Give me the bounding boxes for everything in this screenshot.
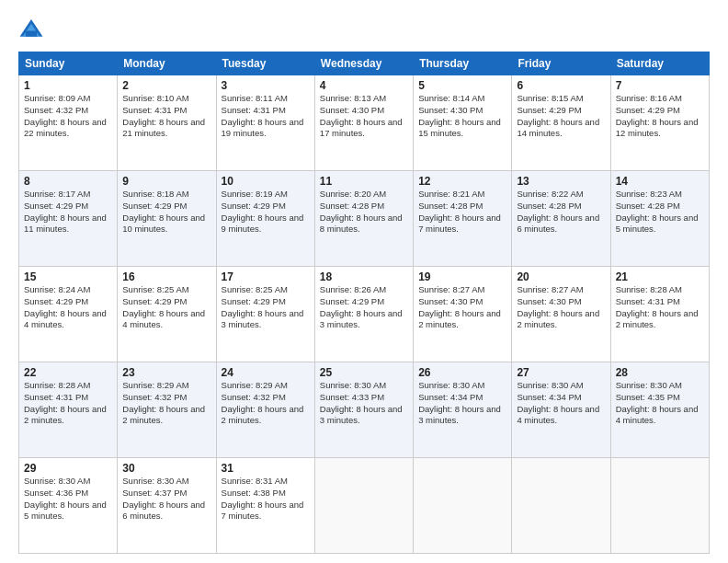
cell-week2-day7: 14Sunrise: 8:23 AMSunset: 4:28 PMDayligh… [610, 171, 709, 267]
day-info: Sunrise: 8:30 AMSunset: 4:36 PMDaylight:… [24, 476, 112, 523]
day-number: 29 [24, 462, 112, 475]
day-info: Sunrise: 8:21 AMSunset: 4:28 PMDaylight:… [418, 189, 506, 236]
cell-week1-day2: 2Sunrise: 8:10 AMSunset: 4:31 PMDaylight… [118, 75, 216, 171]
day-number: 23 [122, 366, 210, 379]
cell-week2-day3: 10Sunrise: 8:19 AMSunset: 4:29 PMDayligh… [216, 171, 314, 267]
cell-week1-day3: 3Sunrise: 8:11 AMSunset: 4:31 PMDaylight… [216, 75, 314, 171]
day-info: Sunrise: 8:19 AMSunset: 4:29 PMDaylight:… [222, 189, 310, 236]
cell-week1-day6: 6Sunrise: 8:15 AMSunset: 4:29 PMDaylight… [512, 75, 610, 171]
day-info: Sunrise: 8:29 AMSunset: 4:32 PMDaylight:… [122, 380, 210, 427]
day-info: Sunrise: 8:29 AMSunset: 4:32 PMDaylight:… [222, 380, 310, 427]
cell-week4-day2: 23Sunrise: 8:29 AMSunset: 4:32 PMDayligh… [118, 362, 216, 458]
cell-week1-day1: 1Sunrise: 8:09 AMSunset: 4:32 PMDaylight… [19, 75, 118, 171]
day-info: Sunrise: 8:27 AMSunset: 4:30 PMDaylight:… [517, 284, 605, 331]
cell-week4-day6: 27Sunrise: 8:30 AMSunset: 4:34 PMDayligh… [512, 362, 610, 458]
header [18, 17, 710, 42]
cell-week4-day3: 24Sunrise: 8:29 AMSunset: 4:32 PMDayligh… [216, 362, 314, 458]
day-info: Sunrise: 8:30 AMSunset: 4:37 PMDaylight:… [122, 476, 210, 523]
cell-week5-day2: 30Sunrise: 8:30 AMSunset: 4:37 PMDayligh… [118, 458, 216, 554]
cell-week2-day5: 12Sunrise: 8:21 AMSunset: 4:28 PMDayligh… [414, 171, 512, 267]
cell-week3-day1: 15Sunrise: 8:24 AMSunset: 4:29 PMDayligh… [19, 267, 118, 362]
day-info: Sunrise: 8:10 AMSunset: 4:31 PMDaylight:… [122, 93, 210, 140]
day-number: 27 [517, 366, 605, 379]
day-number: 16 [122, 270, 210, 283]
day-info: Sunrise: 8:25 AMSunset: 4:29 PMDaylight:… [122, 284, 210, 331]
day-number: 3 [222, 79, 310, 92]
cell-week3-day5: 19Sunrise: 8:27 AMSunset: 4:30 PMDayligh… [414, 267, 512, 362]
day-number: 20 [517, 270, 605, 283]
day-number: 28 [616, 366, 704, 379]
day-info: Sunrise: 8:13 AMSunset: 4:30 PMDaylight:… [320, 93, 408, 140]
cell-week3-day4: 18Sunrise: 8:26 AMSunset: 4:29 PMDayligh… [314, 267, 413, 362]
day-number: 30 [122, 462, 210, 475]
day-info: Sunrise: 8:11 AMSunset: 4:31 PMDaylight:… [222, 93, 310, 140]
week-row-3: 15Sunrise: 8:24 AMSunset: 4:29 PMDayligh… [19, 267, 710, 362]
week-row-5: 29Sunrise: 8:30 AMSunset: 4:36 PMDayligh… [19, 458, 710, 554]
day-number: 22 [24, 366, 112, 379]
day-info: Sunrise: 8:18 AMSunset: 4:29 PMDaylight:… [122, 189, 210, 236]
cell-week5-day4 [314, 458, 413, 554]
day-number: 7 [616, 79, 704, 92]
cell-week4-day1: 22Sunrise: 8:28 AMSunset: 4:31 PMDayligh… [19, 362, 118, 458]
day-info: Sunrise: 8:28 AMSunset: 4:31 PMDaylight:… [24, 380, 112, 427]
cell-week2-day2: 9Sunrise: 8:18 AMSunset: 4:29 PMDaylight… [118, 171, 216, 267]
day-number: 17 [222, 270, 310, 283]
day-info: Sunrise: 8:24 AMSunset: 4:29 PMDaylight:… [24, 284, 112, 331]
day-info: Sunrise: 8:09 AMSunset: 4:32 PMDaylight:… [24, 93, 112, 140]
cell-week4-day4: 25Sunrise: 8:30 AMSunset: 4:33 PMDayligh… [314, 362, 413, 458]
day-info: Sunrise: 8:14 AMSunset: 4:30 PMDaylight:… [418, 93, 506, 140]
header-tuesday: Tuesday [216, 52, 314, 75]
day-number: 14 [616, 175, 704, 188]
cell-week5-day3: 31Sunrise: 8:31 AMSunset: 4:38 PMDayligh… [216, 458, 314, 554]
day-number: 2 [122, 79, 210, 92]
cell-week2-day1: 8Sunrise: 8:17 AMSunset: 4:29 PMDaylight… [19, 171, 118, 267]
cell-week4-day7: 28Sunrise: 8:30 AMSunset: 4:35 PMDayligh… [610, 362, 709, 458]
day-number: 8 [24, 175, 112, 188]
week-row-4: 22Sunrise: 8:28 AMSunset: 4:31 PMDayligh… [19, 362, 710, 458]
day-number: 25 [320, 366, 408, 379]
week-row-1: 1Sunrise: 8:09 AMSunset: 4:32 PMDaylight… [19, 75, 710, 171]
day-number: 1 [24, 79, 112, 92]
header-thursday: Thursday [414, 52, 512, 75]
day-info: Sunrise: 8:23 AMSunset: 4:28 PMDaylight:… [616, 189, 704, 236]
cell-week3-day7: 21Sunrise: 8:28 AMSunset: 4:31 PMDayligh… [610, 267, 709, 362]
day-number: 12 [418, 175, 506, 188]
header-row: SundayMondayTuesdayWednesdayThursdayFrid… [19, 52, 710, 75]
day-info: Sunrise: 8:16 AMSunset: 4:29 PMDaylight:… [616, 93, 704, 140]
day-number: 13 [517, 175, 605, 188]
day-info: Sunrise: 8:31 AMSunset: 4:38 PMDaylight:… [222, 476, 310, 523]
logo-icon [18, 17, 44, 42]
cell-week1-day5: 5Sunrise: 8:14 AMSunset: 4:30 PMDaylight… [414, 75, 512, 171]
day-number: 15 [24, 270, 112, 283]
day-info: Sunrise: 8:17 AMSunset: 4:29 PMDaylight:… [24, 189, 112, 236]
day-info: Sunrise: 8:15 AMSunset: 4:29 PMDaylight:… [517, 93, 605, 140]
day-number: 5 [418, 79, 506, 92]
svg-rect-2 [26, 31, 37, 37]
header-friday: Friday [512, 52, 610, 75]
day-info: Sunrise: 8:22 AMSunset: 4:28 PMDaylight:… [517, 189, 605, 236]
day-info: Sunrise: 8:30 AMSunset: 4:34 PMDaylight:… [418, 380, 506, 427]
day-number: 18 [320, 270, 408, 283]
day-number: 4 [320, 79, 408, 92]
day-number: 9 [122, 175, 210, 188]
day-number: 21 [616, 270, 704, 283]
cell-week3-day2: 16Sunrise: 8:25 AMSunset: 4:29 PMDayligh… [118, 267, 216, 362]
header-wednesday: Wednesday [314, 52, 413, 75]
header-monday: Monday [118, 52, 216, 75]
day-number: 6 [517, 79, 605, 92]
week-row-2: 8Sunrise: 8:17 AMSunset: 4:29 PMDaylight… [19, 171, 710, 267]
page: SundayMondayTuesdayWednesdayThursdayFrid… [0, 0, 728, 563]
day-info: Sunrise: 8:27 AMSunset: 4:30 PMDaylight:… [418, 284, 506, 331]
cell-week2-day4: 11Sunrise: 8:20 AMSunset: 4:28 PMDayligh… [314, 171, 413, 267]
day-info: Sunrise: 8:20 AMSunset: 4:28 PMDaylight:… [320, 189, 408, 236]
cell-week5-day5 [414, 458, 512, 554]
day-number: 31 [222, 462, 310, 475]
cell-week2-day6: 13Sunrise: 8:22 AMSunset: 4:28 PMDayligh… [512, 171, 610, 267]
day-number: 10 [222, 175, 310, 188]
day-number: 26 [418, 366, 506, 379]
day-info: Sunrise: 8:28 AMSunset: 4:31 PMDaylight:… [616, 284, 704, 331]
day-number: 11 [320, 175, 408, 188]
day-info: Sunrise: 8:30 AMSunset: 4:35 PMDaylight:… [616, 380, 704, 427]
cell-week5-day1: 29Sunrise: 8:30 AMSunset: 4:36 PMDayligh… [19, 458, 118, 554]
day-number: 24 [222, 366, 310, 379]
